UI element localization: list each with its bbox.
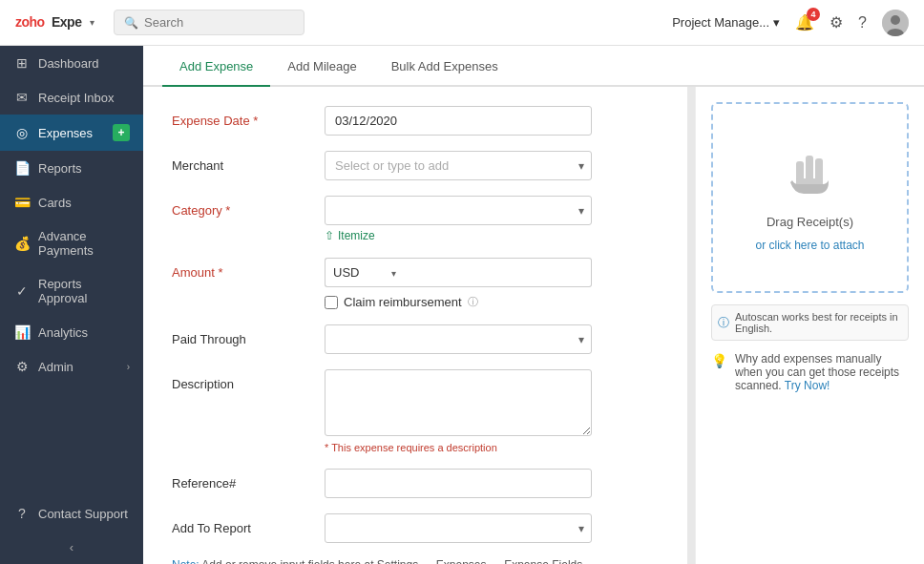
reports-approval-icon: ✓ <box>13 283 31 299</box>
search-input[interactable] <box>144 15 294 30</box>
sidebar-item-analytics[interactable]: 📊 Analytics <box>0 315 143 349</box>
layout: ⊞ Dashboard ✉ Receipt Inbox ◎ Expenses +… <box>0 46 924 564</box>
sidebar-item-reports[interactable]: 📄 Reports <box>0 151 143 185</box>
merchant-select[interactable]: Select or type to add <box>325 151 592 180</box>
analytics-icon: 📊 <box>13 324 31 340</box>
note-text: Note: Add or remove input fields here at… <box>172 558 659 564</box>
cards-icon: 💳 <box>13 195 31 210</box>
form-scroll: Expense Date Merchant Select or type to … <box>143 87 687 564</box>
claim-help-icon[interactable]: ⓘ <box>468 295 478 309</box>
help-icon[interactable]: ? <box>858 14 867 31</box>
sidebar-item-label: Expenses <box>38 126 105 140</box>
panel-divider <box>687 87 695 564</box>
paid-through-row: Paid Through <box>172 324 659 354</box>
contact-support-icon: ? <box>13 506 31 521</box>
notification-badge: 4 <box>807 8 820 21</box>
reference-input[interactable] <box>325 469 592 498</box>
merchant-label: Merchant <box>172 151 325 173</box>
collapse-icon: ‹ <box>70 540 74 554</box>
receipt-panel: Drag Receipt(s) or click here to attach … <box>695 87 924 564</box>
search-icon: 🔍 <box>124 16 138 30</box>
sidebar-item-contact-support[interactable]: ? Contact Support <box>0 496 143 531</box>
expenses-icon: ◎ <box>13 125 31 140</box>
merchant-row: Merchant Select or type to add <box>172 151 659 180</box>
sidebar-footer: ? Contact Support ‹ <box>0 496 143 564</box>
sidebar: ⊞ Dashboard ✉ Receipt Inbox ◎ Expenses +… <box>0 46 143 564</box>
note-body: Add or remove input fields here at Setti… <box>172 558 582 564</box>
svg-point-3 <box>891 15 900 25</box>
paid-through-control <box>325 324 592 354</box>
settings-icon[interactable]: ⚙ <box>830 13 843 31</box>
add-to-report-row: Add To Report <box>172 513 659 543</box>
dashboard-icon: ⊞ <box>13 55 31 71</box>
sidebar-item-label: Contact Support <box>38 507 130 521</box>
tabs-bar: Add Expense Add Mileage Bulk Add Expense… <box>143 46 924 87</box>
expense-date-row: Expense Date <box>172 106 659 136</box>
expense-date-control <box>325 106 592 136</box>
description-control: * This expense requires a description <box>325 369 592 453</box>
description-label: Description <box>172 369 325 391</box>
amount-control: USD EUR GBP INR ▾ Claim reim <box>325 258 592 309</box>
itemize-icon: ⇧ <box>325 229 334 242</box>
sidebar-item-receipt-inbox[interactable]: ✉ Receipt Inbox <box>0 80 143 115</box>
project-chevron: ▾ <box>773 15 780 30</box>
note-label: Note: <box>172 558 200 564</box>
sidebar-item-expenses[interactable]: ◎ Expenses + <box>0 115 143 151</box>
sidebar-item-label: Analytics <box>38 325 130 340</box>
try-now-section: 💡 Why add expenses manually when you can… <box>711 352 909 392</box>
add-to-report-select[interactable] <box>325 513 592 543</box>
main-content: Add Expense Add Mileage Bulk Add Expense… <box>143 46 924 564</box>
category-row: Category ⇧ Itemize <box>172 196 659 242</box>
topbar-right: Project Manage... ▾ 🔔 4 ⚙ ? <box>672 10 909 36</box>
receipt-drop-zone[interactable]: Drag Receipt(s) or click here to attach <box>711 102 909 293</box>
app-chevron[interactable]: ▾ <box>90 17 94 28</box>
tab-add-mileage[interactable]: Add Mileage <box>270 46 373 87</box>
category-control: ⇧ Itemize <box>325 196 592 242</box>
svg-text:zoho: zoho <box>15 14 45 30</box>
expense-date-input[interactable] <box>325 106 592 136</box>
paid-through-label: Paid Through <box>172 324 325 346</box>
receipt-inbox-icon: ✉ <box>13 90 31 105</box>
sidebar-item-advance-payments[interactable]: 💰 Advance Payments <box>0 219 143 267</box>
add-to-report-label: Add To Report <box>172 513 325 535</box>
avatar[interactable] <box>882 10 909 36</box>
amount-input-group: USD EUR GBP INR ▾ <box>325 258 592 287</box>
drag-receipt-text: Drag Receipt(s) <box>766 215 853 229</box>
claim-reimbursement-label: Claim reimbursement <box>344 295 462 309</box>
sidebar-item-reports-approval[interactable]: ✓ Reports Approval <box>0 267 143 315</box>
click-to-attach-link[interactable]: or click here to attach <box>755 239 864 252</box>
itemize-button[interactable]: ⇧ Itemize <box>325 229 592 242</box>
sidebar-item-label: Advance Payments <box>38 229 130 258</box>
currency-select[interactable]: USD EUR GBP INR <box>325 258 401 287</box>
paid-through-select[interactable] <box>325 324 592 354</box>
description-hint: * This expense requires a description <box>325 442 592 453</box>
tab-add-expense[interactable]: Add Expense <box>162 46 270 87</box>
tab-bulk-add-expenses[interactable]: Bulk Add Expenses <box>374 46 515 87</box>
sidebar-item-label: Cards <box>38 196 130 210</box>
add-expense-btn[interactable]: + <box>113 124 130 141</box>
merchant-control: Select or type to add <box>325 151 592 180</box>
autoscan-text: Autoscan works best for receipts in Engl… <box>735 311 902 334</box>
bulb-icon: 💡 <box>711 353 727 368</box>
notification-button[interactable]: 🔔 4 <box>795 13 814 31</box>
sidebar-item-cards[interactable]: 💳 Cards <box>0 185 143 219</box>
sidebar-item-admin[interactable]: ⚙ Admin › <box>0 349 143 384</box>
sidebar-item-dashboard[interactable]: ⊞ Dashboard <box>0 46 143 80</box>
try-now-link[interactable]: Try Now! <box>785 379 830 392</box>
category-select[interactable] <box>325 196 592 225</box>
project-selector[interactable]: Project Manage... ▾ <box>672 15 780 30</box>
reports-icon: 📄 <box>13 160 31 176</box>
form-area: Expense Date Merchant Select or type to … <box>143 87 924 564</box>
expense-date-label: Expense Date <box>172 106 325 128</box>
claim-reimbursement-checkbox[interactable] <box>325 296 338 309</box>
reference-row: Reference# <box>172 469 659 498</box>
admin-arrow-icon: › <box>127 362 130 372</box>
reference-control <box>325 469 592 498</box>
sidebar-collapse-btn[interactable]: ‹ <box>0 531 143 564</box>
project-label: Project Manage... <box>672 15 769 30</box>
itemize-label: Itemize <box>338 229 375 242</box>
amount-input[interactable] <box>401 258 592 287</box>
description-textarea[interactable] <box>325 369 592 436</box>
category-label: Category <box>172 196 325 218</box>
zoho-logo: zoho Expense <box>15 10 82 34</box>
